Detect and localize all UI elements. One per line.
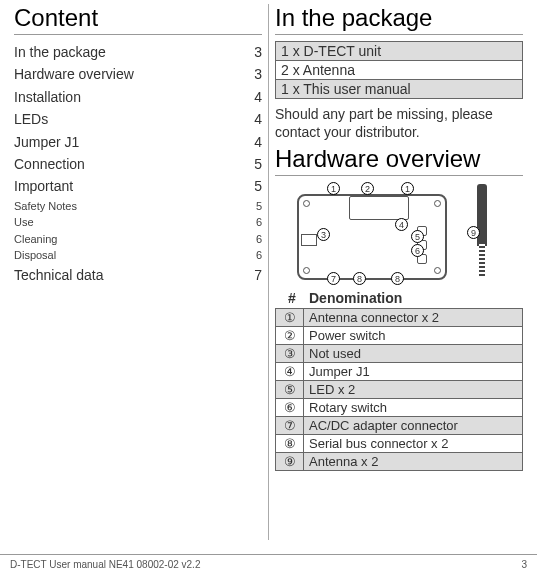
denom-label: Serial bus connector x 2 [304, 435, 522, 452]
toc-label: Connection [14, 153, 85, 175]
toc-label: LEDs [14, 108, 48, 130]
toc-label: Use [14, 214, 34, 231]
denom-row: ③ Not used [276, 345, 522, 363]
toc-item: LEDs 4 [14, 108, 262, 130]
toc-subitem: Disposal 6 [14, 247, 262, 264]
screw-icon [303, 200, 310, 207]
toc-label: Important [14, 175, 73, 197]
denom-row: ② Power switch [276, 327, 522, 345]
toc-subitem: Cleaning 6 [14, 231, 262, 248]
hardware-title: Hardware overview [275, 145, 523, 176]
toc-item: Technical data 7 [14, 264, 262, 286]
denom-row: ⑨ Antenna x 2 [276, 453, 522, 470]
toc-subitem: Safety Notes 5 [14, 198, 262, 215]
toc-item: Connection 5 [14, 153, 262, 175]
denom-label: Jumper J1 [304, 363, 522, 380]
toc-label: In the package [14, 41, 106, 63]
screw-icon [434, 200, 441, 207]
callout-8: 8 [353, 272, 366, 285]
denom-row: ⑤ LED x 2 [276, 381, 522, 399]
toc-page: 6 [256, 231, 262, 248]
left-connector [301, 234, 317, 246]
toc-page: 7 [254, 264, 262, 286]
toc-item: Hardware overview 3 [14, 63, 262, 85]
denom-label: AC/DC adapter connector [304, 417, 522, 434]
denom-num: ⑧ [276, 435, 304, 452]
hardware-diagram: 1 2 1 3 4 5 6 7 8 8 9 [283, 182, 503, 282]
denom-label: Antenna connector x 2 [304, 309, 522, 326]
toc-page: 3 [254, 41, 262, 63]
package-note: Should any part be missing, please conta… [275, 105, 523, 141]
denom-num: ② [276, 327, 304, 344]
package-list: 1 x D-TECT unit 2 x Antenna 1 x This use… [275, 41, 523, 99]
package-item: 2 x Antenna [276, 61, 522, 80]
toc-label: Disposal [14, 247, 56, 264]
toc-label: Technical data [14, 264, 104, 286]
toc-subitem: Use 6 [14, 214, 262, 231]
page-footer: D-TECT User manual NE41 08002-02 v2.2 3 [0, 554, 537, 574]
package-title: In the package [275, 4, 523, 35]
toc-page: 4 [254, 86, 262, 108]
denom-num: ⑨ [276, 453, 304, 470]
package-item: 1 x D-TECT unit [276, 42, 522, 61]
toc-label: Cleaning [14, 231, 57, 248]
denom-label: Antenna x 2 [304, 453, 522, 470]
denom-num: ⑦ [276, 417, 304, 434]
toc-label: Jumper J1 [14, 131, 79, 153]
denom-row: ⑥ Rotary switch [276, 399, 522, 417]
toc-page: 6 [256, 247, 262, 264]
toc-title: Content [14, 4, 262, 35]
toc-page: 3 [254, 63, 262, 85]
toc-item: Installation 4 [14, 86, 262, 108]
callout-8b: 8 [391, 272, 404, 285]
toc-page: 6 [256, 214, 262, 231]
toc-label: Installation [14, 86, 81, 108]
toc-label: Safety Notes [14, 198, 77, 215]
denom-label: LED x 2 [304, 381, 522, 398]
footer-page-number: 3 [521, 559, 527, 570]
denom-row: ⑦ AC/DC adapter connector [276, 417, 522, 435]
top-plate [349, 196, 409, 220]
antenna-icon [477, 184, 487, 246]
denom-header-label: Denomination [309, 290, 402, 306]
toc-page: 4 [254, 108, 262, 130]
denom-row: ① Antenna connector x 2 [276, 309, 522, 327]
denom-header: # Denomination [275, 288, 523, 308]
denom-row: ④ Jumper J1 [276, 363, 522, 381]
toc-page: 4 [254, 131, 262, 153]
denom-label: Rotary switch [304, 399, 522, 416]
toc-page: 5 [254, 153, 262, 175]
screw-icon [434, 267, 441, 274]
toc-item: Important 5 [14, 175, 262, 197]
toc-page: 5 [256, 198, 262, 215]
denom-table: ① Antenna connector x 2 ② Power switch ③… [275, 308, 523, 471]
package-item: 1 x This user manual [276, 80, 522, 98]
toc-item: Jumper J1 4 [14, 131, 262, 153]
toc-item: In the package 3 [14, 41, 262, 63]
denom-num: ① [276, 309, 304, 326]
denom-num: ⑤ [276, 381, 304, 398]
denom-label: Power switch [304, 327, 522, 344]
callout-7: 7 [327, 272, 340, 285]
toc-page: 5 [254, 175, 262, 197]
denom-label: Not used [304, 345, 522, 362]
denom-num: ⑥ [276, 399, 304, 416]
denom-row: ⑧ Serial bus connector x 2 [276, 435, 522, 453]
footer-doc-id: D-TECT User manual NE41 08002-02 v2.2 [10, 559, 200, 570]
denom-num: ③ [276, 345, 304, 362]
denom-num: ④ [276, 363, 304, 380]
denom-header-num: # [275, 290, 309, 306]
screw-icon [303, 267, 310, 274]
toc-label: Hardware overview [14, 63, 134, 85]
